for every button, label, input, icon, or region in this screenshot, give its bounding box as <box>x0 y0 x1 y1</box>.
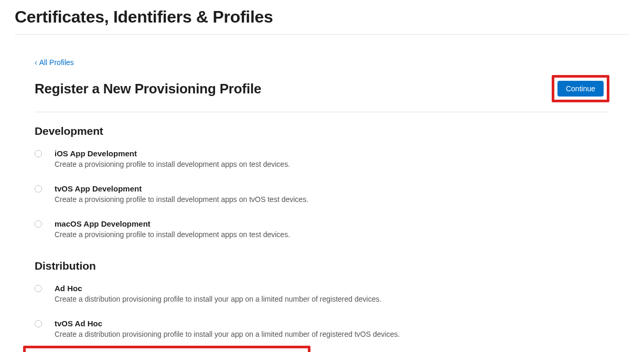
radio-macos-dev[interactable] <box>35 220 42 228</box>
distribution-section: Distribution Ad Hoc Create a distributio… <box>35 260 609 352</box>
development-section: Development iOS App Development Create a… <box>35 125 609 239</box>
option-ios-dev[interactable]: iOS App Development Create a provisionin… <box>35 149 609 168</box>
section-title-development: Development <box>35 125 609 137</box>
option-desc: Create a distribution provisioning profi… <box>55 295 609 303</box>
chevron-left-icon: ‹ <box>35 59 37 66</box>
option-title: tvOS Ad Hoc <box>55 319 609 328</box>
radio-adhoc[interactable] <box>35 285 42 292</box>
option-desc: Create a provisioning profile to install… <box>55 230 609 239</box>
option-title: iOS App Development <box>55 149 609 158</box>
option-title: tvOS App Development <box>55 184 609 193</box>
appstore-highlight-box <box>23 346 310 352</box>
page-title: Certificates, Identifiers & Profiles <box>15 7 629 27</box>
option-title: macOS App Development <box>55 219 609 228</box>
option-tvos-dev[interactable]: tvOS App Development Create a provisioni… <box>35 184 609 204</box>
option-title: Ad Hoc <box>55 284 609 293</box>
continue-highlight-box: Continue <box>552 75 609 102</box>
page-header: Certificates, Identifiers & Profiles <box>15 0 629 35</box>
radio-tvos-dev[interactable] <box>35 185 42 193</box>
option-macos-dev[interactable]: macOS App Development Create a provision… <box>35 219 609 239</box>
option-tvos-adhoc[interactable]: tvOS Ad Hoc Create a distribution provis… <box>35 319 609 338</box>
option-desc: Create a provisioning profile to install… <box>55 160 609 168</box>
radio-tvos-adhoc[interactable] <box>35 320 42 327</box>
section-title-distribution: Distribution <box>35 260 609 272</box>
option-adhoc[interactable]: Ad Hoc Create a distribution provisionin… <box>35 284 609 303</box>
radio-ios-dev[interactable] <box>35 150 42 157</box>
back-link-label: All Profiles <box>39 58 74 67</box>
option-desc: Create a distribution provisioning profi… <box>55 330 609 338</box>
option-desc: Create a provisioning profile to install… <box>55 195 609 204</box>
continue-button[interactable]: Continue <box>557 81 604 97</box>
subheader: Register a New Provisioning Profile Cont… <box>35 75 609 112</box>
subheader-title: Register a New Provisioning Profile <box>35 81 261 97</box>
all-profiles-link[interactable]: ‹ All Profiles <box>35 58 74 67</box>
